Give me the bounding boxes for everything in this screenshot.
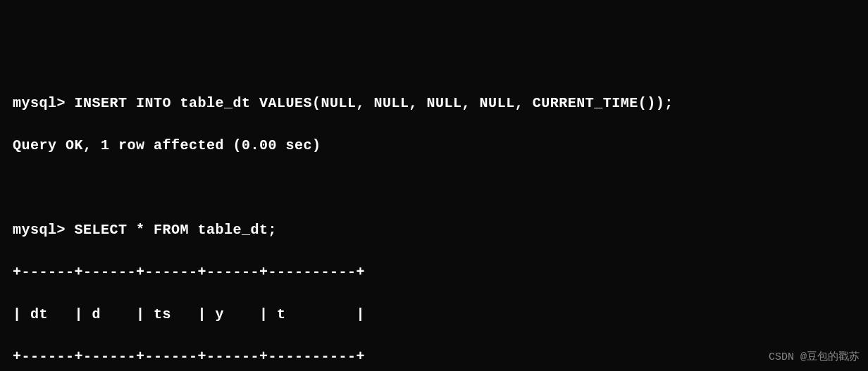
select-command-line: mysql> SELECT * FROM table_dt; xyxy=(13,220,855,241)
mysql-prompt: mysql> xyxy=(13,95,66,111)
blank-line xyxy=(13,177,855,199)
select-statement: SELECT * FROM table_dt; xyxy=(75,222,278,238)
mysql-prompt: mysql> xyxy=(13,222,66,238)
table-border-top: +------+------+------+------+----------+ xyxy=(13,262,855,283)
insert-command-line: mysql> INSERT INTO table_dt VALUES(NULL,… xyxy=(13,93,855,114)
insert-result-line: Query OK, 1 row affected (0.00 sec) xyxy=(13,135,855,156)
table-border-mid: +------+------+------+------+----------+ xyxy=(13,346,855,367)
table-header: | dt | d | ts | y | t | xyxy=(13,304,855,325)
insert-statement: INSERT INTO table_dt VALUES(NULL, NULL, … xyxy=(75,95,674,111)
csdn-watermark: CSDN @豆包的戳苏 xyxy=(769,350,860,366)
